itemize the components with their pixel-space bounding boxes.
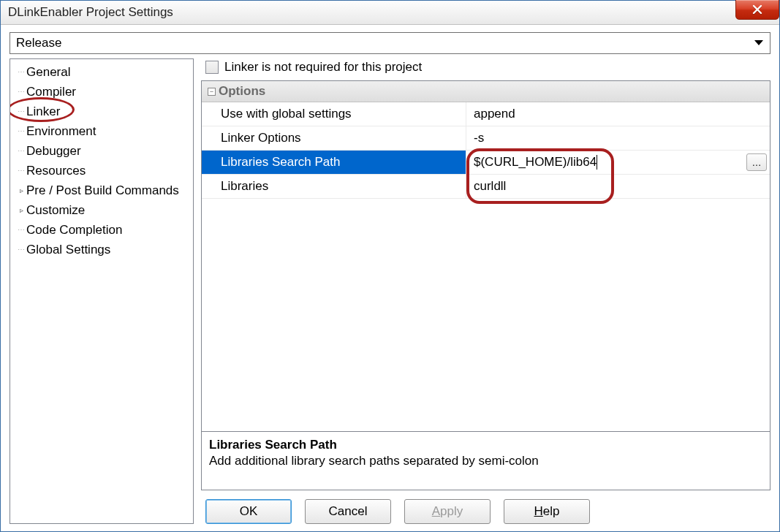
expand-icon[interactable]: ▹ [16, 206, 26, 214]
tree-branch-icon: ⋯ [16, 127, 26, 135]
sidebar-item-general[interactable]: ⋯ General [12, 62, 192, 82]
close-icon [752, 4, 762, 15]
help-button[interactable]: Help [504, 499, 590, 524]
sidebar-item-label: Compiler [26, 85, 76, 99]
sidebar-item-resources[interactable]: ⋯ Resources [12, 161, 192, 180]
option-key: Linker Options [202, 126, 466, 150]
sidebar-item-global-settings[interactable]: ⋯ Global Settings [12, 240, 192, 259]
config-dropdown[interactable]: Release [10, 32, 770, 54]
option-key: Use with global settings [202, 102, 466, 126]
tree-branch-icon: ⋯ [16, 107, 26, 115]
sidebar-item-label: Resources [26, 164, 86, 178]
option-value[interactable]: curldll [466, 175, 770, 198]
sidebar-item-label: Environment [26, 124, 96, 139]
help-button-label: Help [534, 504, 560, 519]
sidebar: ⋯ General ⋯ Compiler ⋯ Linker ⋯ Environm… [10, 58, 194, 524]
collapse-icon[interactable]: − [208, 88, 216, 96]
titlebar: DLinkEnabler Project Settings [1, 1, 779, 25]
options-title: Options [219, 84, 265, 99]
option-value[interactable]: append [466, 102, 770, 126]
linker-not-required-checkbox[interactable] [205, 61, 219, 74]
sidebar-item-compiler[interactable]: ⋯ Compiler [12, 82, 192, 102]
option-value[interactable]: $(CURL_HOME)/lib64 … [466, 151, 770, 174]
right-panel: Linker is not required for this project … [201, 58, 770, 524]
sidebar-item-label: Debugger [26, 144, 81, 159]
close-button[interactable] [735, 0, 779, 20]
sidebar-item-code-completion[interactable]: ⋯ Code Completion [12, 220, 192, 240]
description-title: Libraries Search Path [209, 438, 762, 452]
cancel-button-label: Cancel [329, 504, 368, 519]
linker-not-required-label: Linker is not required for this project [224, 60, 422, 75]
ok-button[interactable]: OK [205, 499, 292, 524]
tree-branch-icon: ⋯ [16, 246, 26, 254]
chevron-down-icon [754, 37, 764, 50]
window-title: DLinkEnabler Project Settings [8, 5, 173, 20]
button-row: OK Cancel Apply Help [201, 490, 770, 524]
tree-branch-icon: ⋯ [16, 167, 26, 175]
options-header[interactable]: − Options [202, 81, 770, 102]
tree-branch-icon: ⋯ [16, 147, 26, 155]
config-dropdown-value: Release [16, 36, 61, 50]
sidebar-item-label: Code Completion [26, 223, 122, 238]
tree-branch-icon: ⋯ [16, 226, 26, 234]
sidebar-item-label: General [26, 65, 70, 80]
option-key: Libraries [202, 175, 466, 198]
ok-button-label: OK [240, 504, 258, 519]
apply-button-label: Apply [432, 504, 463, 519]
apply-button[interactable]: Apply [404, 499, 491, 524]
option-row-linker-options[interactable]: Linker Options -s [202, 126, 770, 151]
option-row-libraries-search-path[interactable]: Libraries Search Path $(CURL_HOME)/lib64… [202, 151, 770, 175]
options-grid: − Options Use with global settings appen… [201, 80, 770, 432]
sidebar-item-label: Customize [26, 203, 85, 218]
description-panel: Libraries Search Path Add additional lib… [201, 432, 770, 490]
sidebar-item-customize[interactable]: ▹ Customize [12, 200, 192, 220]
sidebar-item-debugger[interactable]: ⋯ Debugger [12, 141, 192, 161]
linker-not-required-row: Linker is not required for this project [201, 58, 770, 80]
sidebar-item-label: Pre / Post Build Commands [26, 183, 179, 198]
settings-window: DLinkEnabler Project Settings Release ⋯ … [0, 0, 780, 532]
tree-branch-icon: ⋯ [16, 68, 26, 76]
main-area: ⋯ General ⋯ Compiler ⋯ Linker ⋯ Environm… [1, 58, 779, 531]
sidebar-item-pre-post-build[interactable]: ▹ Pre / Post Build Commands [12, 180, 192, 200]
tree-branch-icon: ⋯ [16, 88, 26, 96]
options-body: Use with global settings append Linker O… [202, 102, 770, 431]
sidebar-item-linker[interactable]: ⋯ Linker [12, 102, 192, 121]
browse-button[interactable]: … [746, 153, 767, 171]
expand-icon[interactable]: ▹ [16, 186, 26, 194]
cancel-button[interactable]: Cancel [305, 499, 391, 524]
option-key: Libraries Search Path [202, 151, 466, 174]
option-value-text: $(CURL_HOME)/lib64 [474, 155, 597, 170]
description-text: Add additional library search paths sepa… [209, 454, 762, 468]
option-value[interactable]: -s [466, 126, 770, 150]
option-row-global-settings[interactable]: Use with global settings append [202, 102, 770, 126]
option-row-libraries[interactable]: Libraries curldll [202, 175, 770, 199]
sidebar-item-label: Global Settings [26, 243, 110, 257]
sidebar-item-label: Linker [26, 104, 60, 119]
config-row: Release [1, 25, 779, 58]
sidebar-item-environment[interactable]: ⋯ Environment [12, 121, 192, 141]
